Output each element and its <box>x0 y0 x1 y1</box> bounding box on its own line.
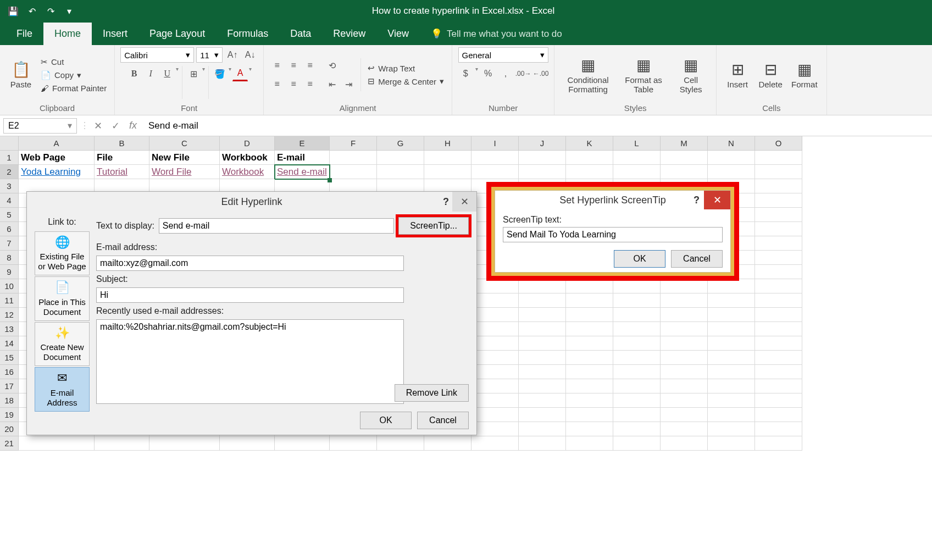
cell[interactable] <box>330 165 377 179</box>
cell[interactable] <box>471 436 519 451</box>
col-header-c[interactable]: C <box>149 136 220 151</box>
font-size-select[interactable]: 11▾ <box>196 47 223 63</box>
screentip-titlebar[interactable]: Set Hyperlink ScreenTip ? ✕ <box>495 191 730 209</box>
cell-styles-button[interactable]: ▦Cell Styles <box>671 54 711 96</box>
screentip-ok-button[interactable]: OK <box>614 250 665 268</box>
tab-review[interactable]: Review <box>322 23 376 45</box>
col-header-a[interactable]: A <box>19 136 95 151</box>
cell[interactable] <box>708 293 755 308</box>
cell[interactable] <box>613 308 661 322</box>
percent-format-icon[interactable]: % <box>480 66 496 81</box>
cell[interactable] <box>220 436 275 451</box>
cell[interactable] <box>661 322 708 336</box>
cell[interactable] <box>755 351 802 365</box>
cell[interactable]: Word File <box>149 165 220 179</box>
cell[interactable] <box>95 436 149 451</box>
cell[interactable] <box>330 436 377 451</box>
cell[interactable] <box>471 279 519 293</box>
cell[interactable] <box>519 436 566 451</box>
cell[interactable]: Yoda Learning <box>19 165 95 179</box>
cell[interactable] <box>566 322 613 336</box>
row-header[interactable]: 1 <box>0 151 19 165</box>
dialog-titlebar[interactable]: Edit Hyperlink ? ✕ <box>27 192 476 212</box>
tab-view[interactable]: View <box>376 23 420 45</box>
save-icon[interactable]: 💾 <box>5 3 21 19</box>
ok-button[interactable]: OK <box>360 412 412 429</box>
cell[interactable] <box>566 436 613 451</box>
cell[interactable] <box>613 151 661 165</box>
cell[interactable] <box>330 151 377 165</box>
cell[interactable] <box>471 308 519 322</box>
row-header[interactable]: 11 <box>0 293 19 308</box>
font-name-select[interactable]: Calibri▾ <box>120 47 194 63</box>
row-header[interactable]: 15 <box>0 351 19 365</box>
delete-cells-button[interactable]: ⊟Delete <box>755 58 786 91</box>
cell[interactable] <box>708 279 755 293</box>
align-middle-icon[interactable]: ≡ <box>286 58 301 73</box>
cell[interactable] <box>519 379 566 393</box>
col-header-o[interactable]: O <box>755 136 802 151</box>
cell[interactable] <box>755 322 802 336</box>
cell[interactable] <box>519 408 566 422</box>
subject-input[interactable] <box>96 287 404 303</box>
recent-address-item[interactable]: mailto:%20shahriar.nits@gmail.com?subjec… <box>100 322 400 332</box>
number-format-select[interactable]: General▾ <box>458 47 548 63</box>
text-to-display-input[interactable] <box>159 218 395 234</box>
cell[interactable] <box>755 422 802 436</box>
linkto-email[interactable]: ✉E-mail Address <box>35 367 90 411</box>
col-header-b[interactable]: B <box>95 136 149 151</box>
cell[interactable] <box>519 151 566 165</box>
cell[interactable] <box>661 365 708 379</box>
cell[interactable] <box>613 365 661 379</box>
tab-home[interactable]: Home <box>43 23 92 45</box>
cell[interactable] <box>661 151 708 165</box>
row-header[interactable]: 7 <box>0 236 19 251</box>
tab-data[interactable]: Data <box>279 23 322 45</box>
row-header[interactable]: 2 <box>0 165 19 179</box>
cell[interactable] <box>708 165 755 179</box>
customize-qat-icon[interactable]: ▾ <box>62 3 77 19</box>
linkto-place-in-doc[interactable]: 📄Place in This Document <box>35 276 90 320</box>
cell[interactable]: New File <box>149 151 220 165</box>
col-header-e[interactable]: E <box>275 136 330 151</box>
cell[interactable] <box>755 236 802 251</box>
tell-me[interactable]: 💡 Tell me what you want to do <box>431 28 562 45</box>
row-header[interactable]: 19 <box>0 408 19 422</box>
underline-button[interactable]: U <box>159 66 175 81</box>
increase-decimal-icon[interactable]: .00→ <box>515 66 531 81</box>
cell[interactable] <box>377 165 424 179</box>
cell[interactable] <box>755 179 802 193</box>
cell[interactable] <box>613 293 661 308</box>
cell[interactable] <box>613 408 661 422</box>
cell[interactable] <box>566 393 613 408</box>
cell[interactable] <box>566 308 613 322</box>
cancel-formula-icon[interactable]: ✕ <box>89 120 107 132</box>
cell[interactable] <box>708 379 755 393</box>
align-bottom-icon[interactable]: ≡ <box>302 58 318 73</box>
cell[interactable] <box>519 322 566 336</box>
cell[interactable] <box>519 293 566 308</box>
cell[interactable] <box>613 351 661 365</box>
cell[interactable] <box>708 151 755 165</box>
cell[interactable] <box>661 393 708 408</box>
cell[interactable] <box>755 279 802 293</box>
help-icon[interactable]: ? <box>443 196 449 208</box>
cell[interactable] <box>519 351 566 365</box>
cell[interactable] <box>519 336 566 351</box>
cell[interactable] <box>566 365 613 379</box>
row-header[interactable]: 4 <box>0 193 19 208</box>
cell[interactable] <box>613 422 661 436</box>
row-header[interactable]: 6 <box>0 222 19 236</box>
cell[interactable] <box>613 436 661 451</box>
decrease-font-icon[interactable]: A↓ <box>242 47 258 63</box>
cell[interactable]: Workbook <box>220 151 275 165</box>
remove-link-button[interactable]: Remove Link <box>395 384 469 402</box>
col-header-n[interactable]: N <box>708 136 755 151</box>
redo-icon[interactable]: ↷ <box>43 3 58 19</box>
cell[interactable] <box>661 308 708 322</box>
cell[interactable] <box>566 408 613 422</box>
recent-addresses-list[interactable]: mailto:%20shahriar.nits@gmail.com?subjec… <box>96 319 404 404</box>
fill-color-button[interactable]: 🪣 <box>212 66 228 81</box>
copy-button[interactable]: 📄Copy▾ <box>38 69 109 81</box>
col-header-h[interactable]: H <box>424 136 471 151</box>
